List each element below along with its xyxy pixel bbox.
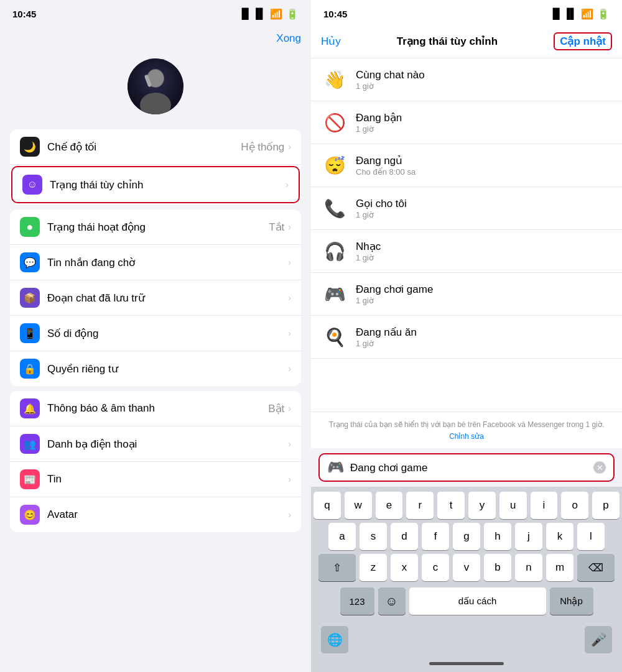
key-s[interactable]: s (360, 523, 387, 550)
key-a[interactable]: a (328, 523, 356, 550)
key-d[interactable]: d (391, 523, 418, 550)
notifications-chevron: › (288, 403, 291, 413)
settings-row-dark-mode[interactable]: 🌙 Chế độ tối Hệ thống › (10, 129, 301, 165)
chinh-sua-link[interactable]: Chỉnh sửa (449, 432, 484, 441)
key-shift[interactable]: ⇧ (318, 554, 356, 581)
phone-icon: 📱 (20, 323, 40, 343)
settings-row-contacts[interactable]: 👥 Danh bạ điện thoại › (10, 426, 301, 462)
settings-group-1: 🌙 Chế độ tối Hệ thống › ☺ Trạng thái tùy… (10, 129, 301, 205)
settings-row-pending-msg[interactable]: 💬 Tin nhắn đang chờ › (10, 245, 301, 280)
key-x[interactable]: x (391, 554, 418, 581)
key-enter[interactable]: Nhập (550, 587, 593, 615)
game-sub: 1 giờ (356, 296, 433, 305)
xong-button[interactable]: Xong (276, 32, 301, 45)
settings-row-phone[interactable]: 📱 Số di động › (10, 316, 301, 351)
nau-an-name: Đang nấu ăn (356, 326, 417, 339)
nhac-sub: 1 giờ (356, 253, 381, 262)
game-text: Đang chơi game 1 giờ (356, 283, 433, 305)
status-item-nhac[interactable]: 🎧 Nhạc 1 giờ (311, 230, 622, 273)
key-y[interactable]: y (468, 492, 496, 519)
status-item-dang-ban[interactable]: 🚫 Đang bận 1 giờ (311, 101, 622, 144)
key-g[interactable]: g (453, 523, 480, 550)
key-h[interactable]: h (484, 523, 511, 550)
news-icon: 📰 (20, 469, 40, 489)
pending-msg-icon: 💬 (20, 252, 40, 272)
cap-nhat-button[interactable]: Cập nhật (554, 32, 612, 50)
game-emoji: 🎮 (321, 280, 348, 308)
phone-content: Số di động (47, 327, 288, 340)
wifi-icon: 📶 (270, 8, 282, 20)
battery-icon: 🔋 (286, 8, 299, 20)
key-t[interactable]: t (437, 492, 465, 519)
archive-chevron: › (288, 293, 291, 303)
key-k[interactable]: k (546, 523, 573, 550)
cung-chat-sub: 1 giờ (356, 81, 425, 91)
user-avatar[interactable] (128, 58, 183, 114)
nav-title: Trạng thái tùy chỉnh (397, 35, 498, 48)
avatar-right: › (288, 510, 291, 520)
key-l[interactable]: l (577, 523, 605, 550)
key-i[interactable]: i (531, 492, 558, 519)
right-signal-icon: ▐▌▐▌ (549, 8, 577, 19)
key-m[interactable]: m (546, 554, 573, 581)
key-w[interactable]: w (345, 492, 372, 519)
key-emoji[interactable]: ☺ (378, 587, 406, 615)
huy-button[interactable]: Hủy (321, 35, 341, 48)
nau-an-text: Đang nấu ăn 1 giờ (356, 326, 417, 348)
key-numbers[interactable]: 123 (340, 587, 374, 615)
avatar-section (0, 52, 311, 129)
key-space[interactable]: dấu cách (409, 587, 546, 615)
key-n[interactable]: n (515, 554, 542, 581)
settings-row-notifications[interactable]: 🔔 Thông báo & âm thanh Bật › (10, 391, 301, 426)
goi-cho-toi-sub: 1 giờ (356, 210, 407, 219)
key-q[interactable]: q (313, 492, 341, 519)
status-text-input[interactable] (350, 461, 593, 474)
key-o[interactable]: o (561, 492, 588, 519)
archive-label: Đoạn chat đã lưu trữ (47, 292, 288, 305)
dang-ban-emoji: 🚫 (321, 109, 348, 136)
key-u[interactable]: u (499, 492, 527, 519)
status-note-text: Trạng thái của bạn sẽ hiển thị với bạn b… (329, 420, 604, 441)
status-item-game[interactable]: 🎮 Đang chơi game 1 giờ (311, 273, 622, 316)
status-item-cung-chat[interactable]: 👋 Cùng chat nào 1 giờ (311, 58, 622, 101)
settings-row-avatar[interactable]: 😊 Avatar › (10, 497, 301, 532)
settings-row-privacy[interactable]: 🔒 Quyền riêng tư › (10, 351, 301, 386)
news-right: › (288, 474, 291, 484)
privacy-icon: 🔒 (20, 359, 40, 379)
key-b[interactable]: b (484, 554, 511, 581)
custom-status-right: › (285, 180, 289, 190)
settings-group-2: ● Trạng thái hoạt động Tắt › 💬 Tin nhắn … (10, 209, 301, 386)
settings-row-archive[interactable]: 📦 Đoạn chat đã lưu trữ › (10, 280, 301, 316)
status-item-dang-ngu[interactable]: 😴 Đang ngủ Cho đến 8:00 sa (311, 144, 622, 187)
news-chevron: › (288, 474, 291, 484)
key-j[interactable]: j (515, 523, 542, 550)
notifications-label: Thông báo & âm thanh (47, 402, 268, 415)
contacts-content: Danh bạ điện thoại (47, 438, 288, 451)
custom-status-content: Trạng thái tùy chỉnh (50, 178, 285, 191)
status-item-goi-cho-toi[interactable]: 📞 Gọi cho tôi 1 giờ (311, 187, 622, 230)
input-clear-button[interactable]: ✕ (593, 461, 606, 474)
pending-msg-right: › (288, 257, 291, 267)
dark-mode-icon: 🌙 (20, 137, 40, 157)
settings-row-active-status[interactable]: ● Trạng thái hoạt động Tắt › (10, 209, 301, 245)
dang-ban-name: Đang bận (356, 111, 402, 124)
key-mic[interactable]: 🎤 (585, 626, 612, 653)
keyboard-row-4: 123 ☺ dấu cách Nhập (313, 585, 620, 620)
key-v[interactable]: v (453, 554, 480, 581)
home-bar (429, 662, 504, 665)
key-p[interactable]: p (592, 492, 620, 519)
key-c[interactable]: c (422, 554, 449, 581)
key-z[interactable]: z (360, 554, 387, 581)
key-r[interactable]: r (406, 492, 434, 519)
notifications-content: Thông báo & âm thanh (47, 402, 268, 415)
input-game-icon: 🎮 (327, 459, 344, 476)
status-item-nau-an[interactable]: 🍳 Đang nấu ăn 1 giờ (311, 316, 622, 359)
settings-row-custom-status[interactable]: ☺ Trạng thái tùy chỉnh › (11, 166, 300, 203)
cung-chat-emoji: 👋 (321, 66, 348, 93)
key-globe[interactable]: 🌐 (321, 626, 348, 653)
key-backspace[interactable]: ⌫ (577, 554, 615, 581)
custom-status-chevron: › (285, 180, 289, 190)
key-f[interactable]: f (422, 523, 449, 550)
settings-row-news[interactable]: 📰 Tin › (10, 462, 301, 497)
key-e[interactable]: e (376, 492, 403, 519)
